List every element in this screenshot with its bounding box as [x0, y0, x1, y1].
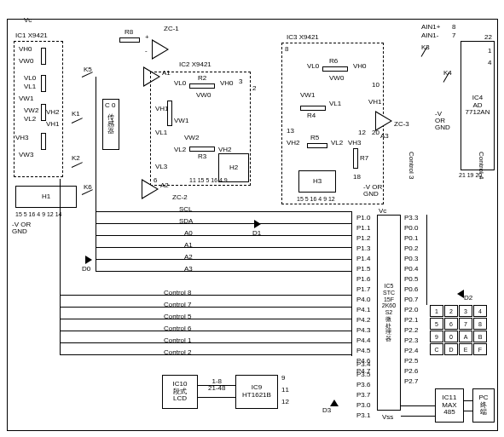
ic4-pin4: 4: [488, 60, 491, 66]
ic1-h1-block: H1: [15, 186, 77, 208]
a2-line: [96, 259, 351, 260]
outer-border: [7, 19, 498, 431]
d3-diode: [330, 400, 339, 406]
p03: P0.3: [404, 256, 418, 262]
ic2-r3: [189, 147, 215, 152]
ic3-vl2: VL2: [331, 140, 343, 147]
key-b[interactable]: B: [473, 331, 487, 342]
ic1-r2: [41, 75, 46, 92]
r8-res: [119, 37, 140, 43]
ic3-gnd: -V OR GND: [363, 184, 382, 198]
lcd-bus2: [198, 397, 235, 398]
ic2-r2-label: R2: [198, 75, 206, 82]
h3-label: H3: [313, 178, 322, 186]
d0-diode: [85, 256, 92, 264]
a3-amp: [375, 111, 392, 131]
ic4-pin22: 22: [484, 34, 492, 41]
key-d[interactable]: D: [444, 343, 458, 355]
ic1-vh2: VH2: [46, 109, 60, 116]
p31: P3.1: [356, 412, 370, 419]
p02: P0.2: [404, 245, 418, 252]
control3-label: Control 3: [408, 152, 414, 179]
key-5[interactable]: 5: [430, 318, 443, 330]
d2-diode: [457, 290, 464, 298]
ic5-vc: Vc: [379, 208, 386, 215]
p34: P3.4: [356, 361, 370, 368]
p11: P1.1: [356, 225, 370, 232]
ic3-h3-block: H3: [298, 170, 336, 193]
p27: P2.7: [404, 378, 418, 385]
p12: P1.2: [356, 235, 370, 242]
p07: P0.7: [404, 296, 418, 303]
ic3-r7-label: R7: [360, 155, 368, 162]
key-7[interactable]: 7: [459, 318, 472, 330]
zc1-amp: [152, 39, 169, 60]
zc1-minus: -: [145, 48, 148, 55]
key-e[interactable]: E: [459, 343, 472, 355]
c1-line: [60, 342, 351, 343]
ic1-gnd: -V OR GND: [12, 221, 31, 235]
key-0[interactable]: 0: [444, 331, 458, 342]
ic3-vl1: VL1: [329, 101, 341, 107]
key-3[interactable]: 3: [459, 305, 472, 317]
p05: P0.5: [404, 276, 418, 283]
key-9[interactable]: 9: [430, 331, 443, 342]
ic3-pin13: 13: [287, 128, 294, 135]
v-bus-4: [426, 215, 427, 305]
p04: P0.4: [404, 266, 418, 273]
p01: P0.1: [404, 235, 418, 242]
lcd-bus1: [198, 385, 235, 386]
p10: P1.0: [356, 215, 370, 221]
ic3-vh0: VH0: [353, 63, 367, 70]
ic2-r2: [189, 83, 215, 89]
key-f[interactable]: F: [473, 343, 487, 355]
ic11-title: IC11 MAX 485: [442, 394, 456, 417]
ic2-pins: 11 15 5 16 4 9: [189, 177, 228, 183]
p33: P3.3: [404, 215, 418, 221]
ic2-vw2: VW2: [184, 135, 199, 141]
ic3-vh2: VH2: [287, 140, 300, 147]
ic2-rv1: [167, 101, 172, 126]
sensor-label: 传 感 器: [107, 114, 114, 135]
zc3-label: ZC-3: [394, 121, 409, 128]
p26: P2.6: [404, 368, 418, 375]
ic2-vh0: VH0: [220, 80, 234, 87]
d3-label: D3: [322, 407, 331, 414]
d0-label: D0: [82, 266, 90, 273]
key-1[interactable]: 1: [430, 305, 443, 317]
schematic-canvas: Vc IC1 X9421 VH0 VW0 VL0 VL1 VW1 VW2 VL2…: [0, 0, 504, 437]
key-a[interactable]: A: [459, 331, 472, 342]
scl-line: [96, 211, 351, 212]
ic1-title: IC1 X9421: [15, 32, 48, 39]
p15: P1.5: [356, 266, 370, 273]
key-2[interactable]: 2: [444, 305, 458, 317]
ic3-r4: [300, 106, 326, 111]
p20: P2.0: [404, 307, 418, 313]
ic10-box: IC10 段式 LCD: [162, 375, 198, 409]
key-4[interactable]: 4: [473, 305, 487, 317]
v-bus-2: [96, 77, 96, 271]
ic2-vw0: VW0: [196, 92, 211, 99]
sensor-c0: C 0: [105, 102, 115, 109]
key-8[interactable]: 8: [473, 318, 487, 330]
p23: P2.3: [404, 337, 418, 344]
ic9-p11: 11: [281, 387, 289, 394]
ic2-vh2: VH2: [218, 147, 232, 153]
v-bus-3: [351, 211, 352, 356]
p13: P1.3: [356, 245, 370, 252]
ic4-ain1p: AIN1+: [421, 24, 440, 31]
p21: P2.1: [404, 317, 418, 324]
ic3-r7: [353, 148, 358, 169]
keypad[interactable]: 1 2 3 4 5 6 7 8 9 0 A B C D E F: [430, 305, 487, 355]
ic3-pin18: 18: [353, 174, 361, 181]
ic3-vl0: VL0: [307, 63, 319, 70]
key-c[interactable]: C: [430, 343, 443, 355]
key-6[interactable]: 6: [444, 318, 458, 330]
ic9-title: IC9 HT1621B: [242, 384, 271, 400]
p16: P1.6: [356, 276, 370, 283]
ic2-vl0: VL0: [174, 80, 186, 87]
p14: P1.4: [356, 256, 370, 262]
ic1-vh0: VH0: [19, 46, 32, 53]
ic2-title: IC2 X9421: [179, 61, 211, 68]
c7-line: [60, 307, 351, 308]
